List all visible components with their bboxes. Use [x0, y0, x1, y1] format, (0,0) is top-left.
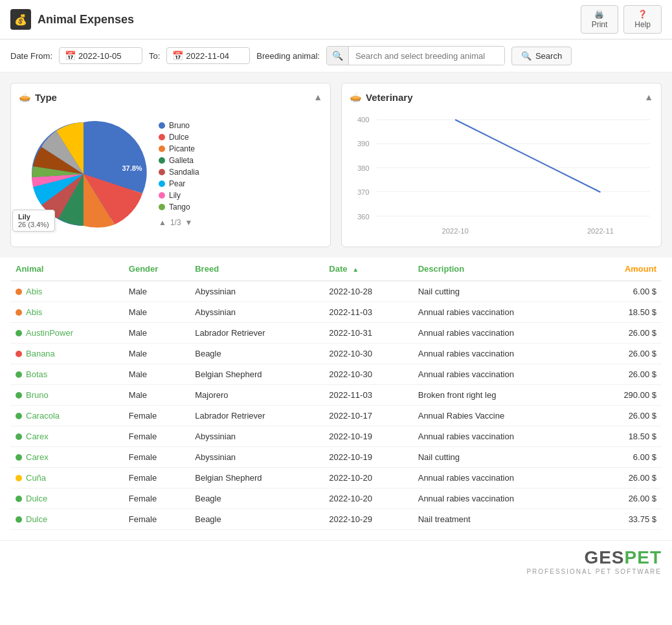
legend-dot [159, 146, 165, 152]
cell-amount: 6.00 $ [590, 447, 662, 468]
legend-label: Sandalia [169, 168, 199, 177]
svg-text:400: 400 [357, 116, 370, 124]
col-amount[interactable]: Amount [590, 258, 662, 281]
breeding-animal-input[interactable] [349, 47, 504, 65]
cell-amount: 18.50 $ [590, 302, 662, 323]
animal-name-text[interactable]: Botas [26, 369, 47, 379]
col-date[interactable]: Date ▲ [324, 258, 412, 281]
animal-color-dot [16, 392, 22, 399]
cell-animal[interactable]: AustinPower [10, 323, 124, 344]
col-breed[interactable]: Breed [190, 258, 324, 281]
cell-breed: Abyssinian [190, 302, 324, 323]
legend-item: Picante [159, 144, 199, 153]
legend-item: Tango [159, 203, 199, 212]
date-to-wrap: 📅 [166, 47, 250, 64]
animal-color-dot [16, 309, 22, 316]
cell-gender: Male [124, 385, 190, 406]
cell-date: 2022-10-19 [324, 426, 412, 447]
date-from-label: Date From: [10, 51, 52, 61]
app-title: Animal Expenses [38, 13, 134, 27]
veterinary-chart-card: 🥧 Veterinary ▲ 400 390 380 370 360 2022-… [341, 83, 662, 247]
date-to-input[interactable] [186, 51, 244, 61]
gespet-logo-name: GESPET [526, 547, 662, 568]
cell-description: Nail cutting [413, 447, 590, 468]
animal-name-text[interactable]: Abis [26, 287, 42, 296]
animal-name-text[interactable]: AustinPower [26, 328, 73, 338]
animal-name-text[interactable]: Dulce [26, 494, 47, 503]
vet-collapse-button[interactable]: ▲ [644, 92, 653, 102]
cell-description: Annual rabies vaccination [413, 364, 590, 385]
svg-text:2022-11: 2022-11 [587, 227, 614, 235]
animal-name-text[interactable]: Carex [26, 432, 49, 441]
table-body: Abis Male Abyssinian 2022-10-28 Nail cut… [10, 281, 662, 530]
cell-date: 2022-10-28 [324, 281, 412, 302]
animal-name-text[interactable]: Dulce [26, 514, 47, 524]
cell-gender: Female [124, 447, 190, 468]
cell-animal[interactable]: Botas [10, 364, 124, 385]
pie-next-button[interactable]: ▼ [185, 218, 193, 227]
gespet-sub: PROFESSIONAL PET SOFTWARE [526, 568, 662, 575]
cell-animal[interactable]: Cuña [10, 468, 124, 488]
animal-name-text[interactable]: Carex [26, 452, 49, 462]
animal-name-text[interactable]: Bruno [26, 390, 49, 400]
cell-animal[interactable]: Caracola [10, 406, 124, 426]
animal-name-text[interactable]: Abis [26, 307, 42, 317]
col-animal[interactable]: Animal [10, 258, 124, 281]
pie-pagination: ▲ 1/3 ▼ [159, 218, 199, 227]
cell-animal[interactable]: Bruno [10, 385, 124, 406]
svg-text:390: 390 [357, 140, 370, 148]
animal-name-text[interactable]: Banana [26, 349, 55, 358]
cell-breed: Abyssinian [190, 426, 324, 447]
animal-color-dot [16, 496, 22, 502]
cell-date: 2022-11-03 [324, 302, 412, 323]
legend-dot [159, 169, 165, 175]
cell-animal[interactable]: Carex [10, 447, 124, 468]
cell-description: Annual Rabies Vaccine [413, 406, 590, 426]
pie-prev-button[interactable]: ▲ [159, 218, 166, 227]
cell-breed: Beagle [190, 344, 324, 364]
table-row: Caracola Female Labrador Retriever 2022-… [10, 406, 662, 426]
cell-animal[interactable]: Dulce [10, 488, 124, 509]
cell-animal[interactable]: Carex [10, 426, 124, 447]
date-sort-icon: ▲ [352, 266, 359, 273]
footer: GESPET PROFESSIONAL PET SOFTWARE [0, 540, 672, 586]
pie-legend: BrunoDulcePicanteGalletaSandaliaPearLily… [159, 121, 199, 212]
cell-animal[interactable]: Dulce [10, 509, 124, 530]
col-gender[interactable]: Gender [124, 258, 190, 281]
animal-name-text[interactable]: Caracola [26, 411, 60, 421]
animal-name-text[interactable]: Cuña [26, 473, 46, 483]
animal-color-dot [16, 330, 22, 336]
pie-area: 37.8% Lily 26 (3.4%) BrunoDulcePicanteGa… [19, 109, 322, 239]
pie-tooltip: Lily 26 (3.4%) [12, 210, 55, 232]
gespet-ges: GES [584, 547, 624, 567]
cell-breed: Labrador Retriever [190, 323, 324, 344]
col-description[interactable]: Description [413, 258, 590, 281]
table-row: Cuña Female Belgian Shepherd 2022-10-20 … [10, 468, 662, 488]
legend-item: Bruno [159, 121, 199, 130]
print-button[interactable]: 🖨️ Print [581, 5, 619, 34]
cell-breed: Belgian Shepherd [190, 364, 324, 385]
table-row: Abis Male Abyssinian 2022-11-03 Annual r… [10, 302, 662, 323]
type-chart-title: 🥧 Type [19, 91, 57, 103]
search-button[interactable]: 🔍 Search [511, 47, 572, 65]
cell-description: Broken front right leg [413, 385, 590, 406]
legend-item: Lily [159, 191, 199, 200]
top-bar-right: 🖨️ Print ❓ Help [581, 5, 662, 34]
calendar-from-icon: 📅 [65, 50, 76, 61]
cell-description: Annual rabies vaccination [413, 344, 590, 364]
animal-color-dot [16, 475, 22, 481]
date-from-input[interactable] [78, 51, 137, 61]
cell-amount: 33.75 $ [590, 509, 662, 530]
veterinary-chart-header: 🥧 Veterinary ▲ [350, 91, 653, 103]
cell-breed: Belgian Shepherd [190, 468, 324, 488]
legend-dot [159, 192, 165, 199]
cell-animal[interactable]: Abis [10, 302, 124, 323]
type-collapse-button[interactable]: ▲ [313, 92, 322, 102]
help-icon: ❓ [638, 10, 647, 19]
help-button[interactable]: ❓ Help [623, 5, 662, 34]
legend-dot [159, 157, 165, 164]
cell-animal[interactable]: Abis [10, 281, 124, 302]
table-row: Carex Female Abyssinian 2022-10-19 Nail … [10, 447, 662, 468]
help-label: Help [634, 20, 651, 29]
cell-animal[interactable]: Banana [10, 344, 124, 364]
